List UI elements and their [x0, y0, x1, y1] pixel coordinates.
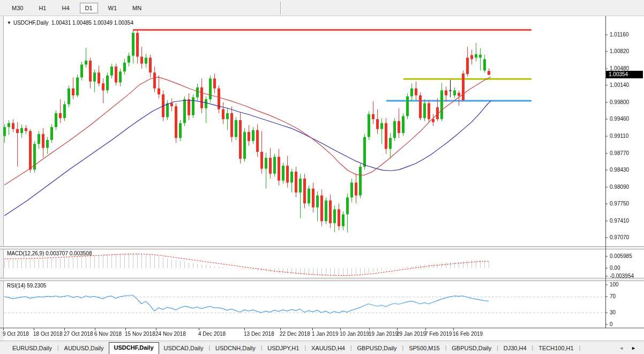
price-axis-label: 0.97750 [610, 201, 629, 206]
rsi-pane-title: RSI(14) 59.2305 [7, 283, 46, 289]
chart-tabs: EURUSD,Daily|AUDUSD,DailyUSDCHF,DailyUSD… [0, 341, 644, 354]
price-axis-label: 1.01160 [610, 32, 628, 38]
macd-pane-title: MACD(12,26,9) 0.003707 0.003508 [7, 250, 92, 256]
x-axis-label: 15 Nov 2018 [125, 331, 155, 337]
timeframe-toolbar: M30H1H4D1W1MN [0, 0, 644, 16]
price-axis-label: 0.99110 [610, 133, 628, 139]
price-axis-label: 0.97410 [610, 218, 629, 224]
timeframe-button-m30[interactable]: M30 [6, 3, 28, 13]
triangle-down-icon: ▼ [7, 20, 11, 25]
tab-dj30-h4[interactable]: DJ30,H4 [499, 343, 531, 354]
tab-scroll-buttons: ◄► [615, 345, 640, 354]
chart-window: ▼USDCHF,Daily 1.00431 1.00485 1.00349 1.… [0, 16, 644, 341]
macd-axis-label: 0.005985 [610, 253, 632, 259]
price-axis-label: 0.99800 [610, 99, 629, 105]
price-chart-canvas[interactable] [0, 16, 644, 341]
macd-axis-label: 0.00 [610, 265, 620, 271]
timeframe-button-h4[interactable]: H4 [56, 3, 74, 13]
tab-audusd-daily[interactable]: AUDUSD,Daily [59, 343, 109, 354]
x-axis-label: 29 Jan 2019 [396, 331, 426, 337]
x-axis-label: 22 Dec 2018 [280, 331, 310, 337]
price-axis-label: 0.98090 [610, 184, 629, 190]
x-axis-label: 16 Feb 2019 [453, 331, 483, 337]
rsi-label: RSI(14) [7, 283, 25, 289]
price-axis-label: 0.98770 [610, 150, 629, 156]
tab-gbpusd-daily-2[interactable]: GBPUSD,Daily [447, 343, 496, 354]
x-axis-label: 1 Jan 2019 [312, 331, 339, 337]
x-axis-label: 9 Oct 2018 [3, 331, 29, 337]
tab-eurusd-daily[interactable]: EURUSD,Daily [8, 343, 57, 354]
macd-label: MACD(12,26,9) [7, 250, 44, 256]
tab-usdcad-daily[interactable]: USDCAD,Daily [159, 343, 208, 354]
toolbar-separator [280, 2, 282, 14]
timeframe-button-d1[interactable]: D1 [80, 3, 98, 13]
tab-tech100-h1[interactable]: TECH100,H1 [534, 343, 578, 354]
rsi-axis-label: 0 [610, 321, 613, 327]
tab-scroll-right-icon[interactable]: ► [627, 345, 640, 351]
x-axis-label: 6 Nov 2018 [94, 331, 122, 337]
tab-gbpusd-daily[interactable]: GBPUSD,Daily [353, 343, 402, 354]
chart-title-symbol: USDCHF,Daily [13, 20, 49, 26]
rsi-value: 59.2305 [27, 283, 46, 289]
x-axis-label: 19 Jan 2019 [369, 331, 398, 337]
tab-usdjpy-h1[interactable]: USDJPY,H1 [263, 343, 304, 354]
x-axis-label: 13 Dec 2018 [244, 331, 274, 337]
x-axis-label: 7 Feb 2019 [425, 331, 452, 337]
tab-scroll-left-icon[interactable]: ◄ [615, 345, 627, 351]
x-axis-label: 10 Jan 2019 [340, 331, 369, 337]
macd-values: 0.003707 0.003508 [46, 250, 92, 256]
tab-separator: | [579, 345, 581, 354]
price-axis-label: 1.00140 [610, 82, 629, 88]
rsi-axis-label: 30 [610, 309, 616, 315]
timeframe-button-w1[interactable]: W1 [103, 3, 123, 13]
tab-xauusd-h4[interactable]: XAUUSD,H4 [306, 343, 350, 354]
chart-title-ohlc: 1.00431 1.00485 1.00349 1.00354 [51, 20, 133, 26]
current-price-badge: 1.00354 [606, 71, 643, 78]
macd-axis-label: -0.003954 [610, 273, 634, 279]
tab-usdchf-daily[interactable]: USDCHF,Daily [109, 342, 159, 354]
x-axis-label: 4 Dec 2018 [198, 331, 226, 337]
timeframe-button-h1[interactable]: H1 [33, 3, 51, 13]
x-axis-label: 27 Oct 2018 [64, 331, 93, 337]
rsi-axis-label: 70 [610, 293, 616, 299]
price-axis-label: 0.97070 [610, 234, 629, 240]
rsi-axis-label: 100 [610, 282, 619, 287]
x-axis-label: 24 Nov 2018 [155, 331, 186, 337]
tab-usdcnh-daily[interactable]: USDCNH,Daily [211, 343, 260, 354]
price-axis-label: 0.99460 [610, 116, 629, 122]
price-axis-label: 0.98430 [610, 167, 629, 173]
chart-title: ▼USDCHF,Daily 1.00431 1.00485 1.00349 1.… [7, 20, 133, 26]
timeframe-button-mn[interactable]: MN [127, 3, 147, 13]
price-axis-label: 1.00820 [610, 48, 629, 54]
x-axis-label: 18 Oct 2018 [33, 331, 62, 337]
tab-sp500-m15[interactable]: SP500,M15 [404, 343, 444, 354]
